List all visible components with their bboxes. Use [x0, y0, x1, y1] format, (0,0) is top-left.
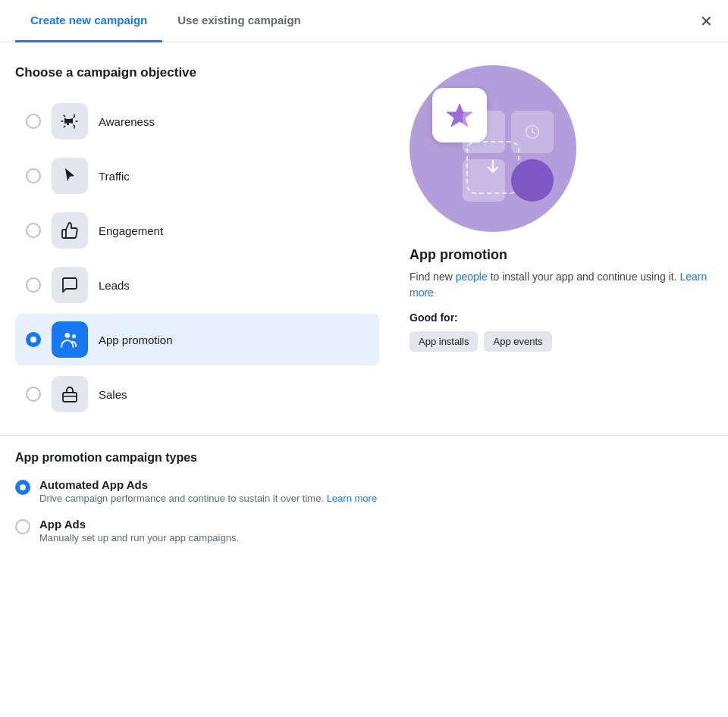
- automated-desc: Drive campaign performance and continue …: [39, 493, 377, 504]
- chat-icon: [61, 276, 79, 294]
- app-promotion-label: App promotion: [99, 333, 173, 346]
- campaign-types-section: App promotion campaign types Automated A…: [0, 435, 728, 580]
- type-item-app-ads[interactable]: App Ads Manually set up and run your app…: [15, 518, 713, 543]
- promo-desc-before: Find new: [410, 271, 456, 283]
- app-grid: [463, 111, 554, 202]
- app-cell-clock: [511, 111, 554, 153]
- svg-point-1: [65, 333, 71, 338]
- radio-app-ads[interactable]: [15, 519, 30, 534]
- objective-item-traffic[interactable]: Traffic: [15, 150, 379, 202]
- objective-list: Awareness Traffic: [15, 95, 379, 420]
- main-content: Choose a campaign objective Awareness: [0, 42, 728, 435]
- tab-create-new[interactable]: Create new campaign: [15, 0, 162, 42]
- automated-info: Automated App Ads Drive campaign perform…: [39, 478, 377, 504]
- svg-point-2: [72, 334, 76, 338]
- bag-icon: [61, 385, 79, 403]
- svg-rect-3: [63, 393, 77, 402]
- tab-bar: Create new campaign Use existing campaig…: [0, 0, 728, 42]
- promo-description: Find new people to install your app and …: [410, 269, 713, 301]
- app-ads-name: App Ads: [39, 518, 239, 531]
- tag-app-installs: App installs: [410, 331, 478, 352]
- automated-desc-text: Drive campaign performance and continue …: [39, 493, 327, 504]
- left-panel: Choose a campaign objective Awareness: [15, 65, 379, 420]
- app-promotion-icon-box: [52, 321, 88, 358]
- people-icon: [60, 330, 80, 349]
- promo-title: App promotion: [410, 247, 713, 263]
- engagement-icon-box: [52, 212, 88, 249]
- tag-app-events: App events: [484, 331, 551, 352]
- radio-automated[interactable]: [15, 480, 30, 495]
- promo-desc-link[interactable]: people: [456, 271, 488, 283]
- app-cell-1: [463, 111, 505, 153]
- good-for-label: Good for:: [410, 312, 713, 324]
- app-ads-desc: Manually set up and run your app campaig…: [39, 532, 239, 543]
- tab-use-existing[interactable]: Use existing campaign: [162, 0, 316, 42]
- sales-icon-box: [52, 376, 88, 412]
- awareness-label: Awareness: [99, 115, 155, 128]
- objective-item-leads[interactable]: Leads: [15, 259, 379, 311]
- svg-rect-0: [67, 123, 69, 125]
- promo-desc-after: to install your app and continue using i…: [488, 271, 680, 283]
- leads-icon-box: [52, 267, 88, 303]
- promo-illustration: [410, 65, 576, 232]
- close-button[interactable]: ✕: [700, 14, 713, 29]
- sales-label: Sales: [99, 388, 127, 401]
- section-title: Choose a campaign objective: [15, 65, 379, 80]
- objective-item-sales[interactable]: Sales: [15, 368, 379, 420]
- campaign-types-title: App promotion campaign types: [15, 451, 713, 465]
- radio-traffic[interactable]: [26, 168, 41, 183]
- awareness-icon-box: [52, 103, 88, 139]
- app-cell-circle: [511, 159, 554, 202]
- objective-item-app-promotion[interactable]: App promotion: [15, 314, 379, 365]
- app-cell-3: [463, 159, 505, 202]
- thumbsup-icon: [61, 221, 79, 240]
- traffic-label: Traffic: [99, 170, 130, 183]
- objective-item-engagement[interactable]: Engagement: [15, 205, 379, 256]
- illus-container: [425, 80, 561, 217]
- traffic-icon-box: [52, 158, 88, 194]
- radio-leads[interactable]: [26, 277, 41, 293]
- app-ads-info: App Ads Manually set up and run your app…: [39, 518, 239, 543]
- radio-awareness[interactable]: [26, 114, 41, 129]
- leads-label: Leads: [99, 279, 130, 292]
- promo-tags: App installs App events: [410, 331, 713, 352]
- megaphone-icon: [61, 112, 79, 130]
- objective-item-awareness[interactable]: Awareness: [15, 95, 379, 147]
- cursor-icon: [61, 167, 79, 185]
- type-item-automated[interactable]: Automated App Ads Drive campaign perform…: [15, 478, 713, 504]
- clock-icon: [524, 124, 541, 140]
- engagement-label: Engagement: [99, 224, 163, 237]
- radio-engagement[interactable]: [26, 223, 41, 238]
- modal: Create new campaign Use existing campaig…: [0, 0, 728, 717]
- right-panel: App promotion Find new people to install…: [410, 65, 713, 420]
- radio-sales[interactable]: [26, 387, 41, 402]
- radio-app-promotion[interactable]: [26, 332, 41, 347]
- automated-learn-more[interactable]: Learn more: [327, 493, 377, 504]
- automated-name: Automated App Ads: [39, 478, 377, 491]
